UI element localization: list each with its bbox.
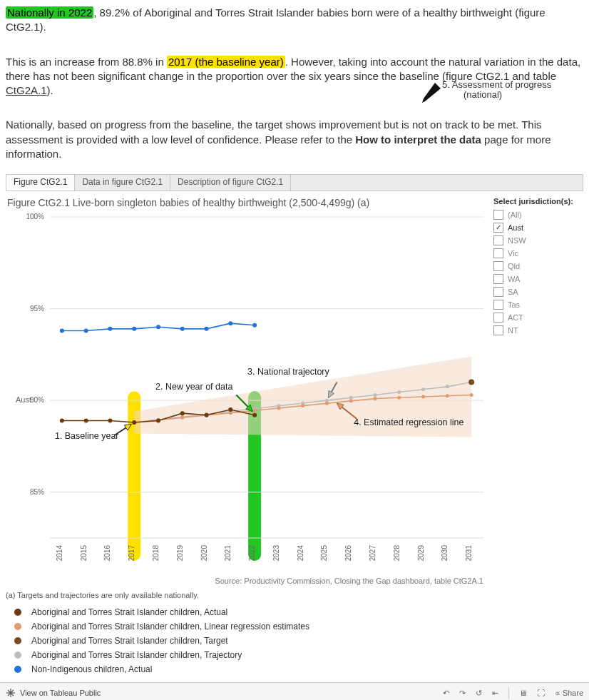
tab-figure[interactable]: Figure CtG2.1 xyxy=(6,175,75,191)
svg-point-55 xyxy=(132,420,136,425)
checkbox-icon[interactable] xyxy=(493,223,503,233)
highlight-2022: Nationally in 2022 xyxy=(6,6,93,19)
svg-text:85%: 85% xyxy=(30,488,44,496)
svg-point-43 xyxy=(60,328,64,333)
checkbox-icon[interactable] xyxy=(493,210,503,220)
tableau-footer: View on Tableau Public ↶ ↷ ↺ ⇤ 🖥 ⛶ ∝ Sha… xyxy=(0,682,589,700)
share-button[interactable]: ∝ Share xyxy=(555,689,583,698)
jurisdiction-nsw[interactable]: NSW xyxy=(493,234,580,247)
fullscreen-icon[interactable]: ⛶ xyxy=(537,689,545,697)
view-on-tableau-link[interactable]: View on Tableau Public xyxy=(20,689,101,697)
svg-text:2026: 2026 xyxy=(344,545,352,562)
svg-text:Aust: Aust xyxy=(16,395,31,404)
svg-point-47 xyxy=(156,325,160,329)
svg-point-46 xyxy=(132,327,136,331)
svg-text:2018: 2018 xyxy=(152,545,160,562)
jurisdiction-label: WA xyxy=(508,275,520,283)
svg-point-24 xyxy=(397,390,401,394)
checkbox-icon[interactable] xyxy=(493,287,503,297)
paragraph-3: Nationally, based on progress from the b… xyxy=(6,118,583,161)
jurisdiction-vic[interactable]: Vic xyxy=(493,247,580,260)
svg-marker-0 xyxy=(422,83,441,103)
svg-point-36 xyxy=(325,402,329,405)
svg-point-56 xyxy=(156,418,160,422)
jurisdiction-tas[interactable]: Tas xyxy=(493,298,580,311)
svg-text:2030: 2030 xyxy=(441,545,449,562)
svg-point-58 xyxy=(205,413,209,417)
svg-point-38 xyxy=(374,397,377,400)
checkbox-icon[interactable] xyxy=(493,313,503,323)
svg-point-57 xyxy=(180,411,185,415)
checkbox-icon[interactable] xyxy=(493,274,503,284)
svg-point-42 xyxy=(470,393,473,397)
svg-point-59 xyxy=(228,407,232,412)
svg-point-22 xyxy=(349,396,353,400)
undo-icon[interactable]: ↶ xyxy=(443,689,449,698)
checkbox-icon[interactable] xyxy=(493,261,503,271)
svg-text:2024: 2024 xyxy=(297,545,304,562)
tabs: Figure CtG2.1 Data in figure CtG2.1 Desc… xyxy=(6,174,583,191)
legend-item: Aboriginal and Torres Strait Islander ch… xyxy=(6,619,491,634)
svg-text:2028: 2028 xyxy=(393,545,401,562)
tableau-logo-icon xyxy=(6,688,16,698)
svg-point-44 xyxy=(84,328,88,333)
checkbox-icon[interactable] xyxy=(493,300,503,310)
legend-item: Aboriginal and Torres Strait Islander ch… xyxy=(6,605,491,619)
tab-description[interactable]: Description of figure CtG2.1 xyxy=(170,175,291,191)
jurisdiction-label: ACT xyxy=(508,313,523,322)
checkbox-icon[interactable] xyxy=(493,248,503,258)
svg-text:3. National trajectory: 3. National trajectory xyxy=(247,367,329,377)
reset-icon[interactable]: ⇤ xyxy=(492,689,498,698)
svg-point-39 xyxy=(397,396,401,400)
legend-item: Aboriginal and Torres Strait Islander ch… xyxy=(6,634,491,648)
svg-text:Source: Productivity Commissio: Source: Productivity Commission, Closing… xyxy=(215,577,483,585)
svg-text:2031: 2031 xyxy=(465,545,473,562)
svg-text:2023: 2023 xyxy=(272,545,280,562)
svg-text:2. New year of data: 2. New year of data xyxy=(155,382,232,392)
tab-data[interactable]: Data in figure CtG2.1 xyxy=(75,175,170,191)
arrow-icon xyxy=(415,83,444,104)
svg-point-35 xyxy=(301,404,304,407)
device-icon[interactable]: 🖥 xyxy=(519,689,527,697)
svg-point-49 xyxy=(205,327,209,331)
jurisdiction-wa[interactable]: WA xyxy=(493,273,580,285)
jurisdiction-sa[interactable]: SA xyxy=(493,285,580,298)
svg-text:2021: 2021 xyxy=(224,545,232,562)
svg-text:2025: 2025 xyxy=(320,545,328,562)
jurisdiction-label: SA xyxy=(508,288,518,296)
redo-icon[interactable]: ↷ xyxy=(459,689,466,698)
svg-point-50 xyxy=(228,321,232,325)
checkbox-icon[interactable] xyxy=(493,325,503,335)
jurisdiction-act[interactable]: ACT xyxy=(493,311,580,324)
svg-point-34 xyxy=(277,406,280,410)
jurisdiction-label: Qld xyxy=(508,262,520,270)
svg-point-53 xyxy=(84,418,88,422)
jurisdiction-qld[interactable]: Qld xyxy=(493,260,580,273)
svg-text:1. Baseline year: 1. Baseline year xyxy=(55,431,119,441)
svg-point-60 xyxy=(252,413,257,417)
table-link[interactable]: CtG2A.1 xyxy=(6,84,47,96)
svg-point-61 xyxy=(468,379,474,385)
jurisdiction-label: Vic xyxy=(508,249,518,258)
chart: 85%90%95%100%Aust20142015201620172018201… xyxy=(6,210,491,588)
jurisdiction-label: Tas xyxy=(508,300,520,309)
svg-point-33 xyxy=(253,409,257,412)
svg-text:2014: 2014 xyxy=(56,545,63,562)
svg-point-30 xyxy=(180,416,184,420)
picker-title: Select jurisdiction(s): xyxy=(493,197,580,206)
chart-title: Figure CtG2.1 Live-born singleton babies… xyxy=(6,191,491,210)
jurisdiction-picker: Select jurisdiction(s): (All)AustNSWVicQ… xyxy=(491,191,583,676)
jurisdiction-all[interactable]: (All) xyxy=(493,208,580,221)
jurisdiction-aust[interactable]: Aust xyxy=(493,221,580,234)
legend: Aboriginal and Torres Strait Islander ch… xyxy=(6,605,491,676)
jurisdiction-nt[interactable]: NT xyxy=(493,324,580,337)
jurisdiction-label: NT xyxy=(508,326,518,335)
replay-icon[interactable]: ↺ xyxy=(476,689,482,698)
svg-point-37 xyxy=(349,399,353,402)
svg-text:100%: 100% xyxy=(26,213,44,220)
divider xyxy=(508,687,509,699)
svg-text:2015: 2015 xyxy=(80,545,88,562)
svg-text:2022: 2022 xyxy=(248,545,256,562)
checkbox-icon[interactable] xyxy=(493,235,503,245)
chart-note: (a) Targets and trajectories are only av… xyxy=(6,591,491,599)
